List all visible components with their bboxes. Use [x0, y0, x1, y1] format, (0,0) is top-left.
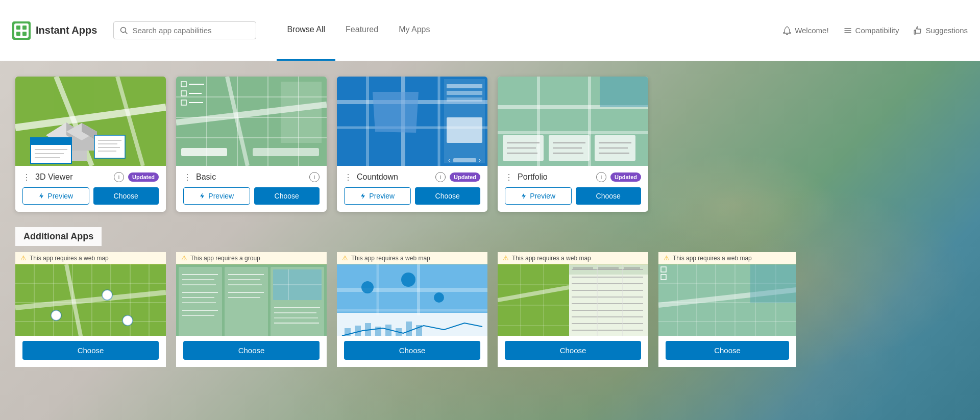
- welcome-action[interactable]: Welcome!: [782, 26, 828, 35]
- svg-line-7: [126, 32, 128, 34]
- additional-thumb-svg-4: [498, 264, 648, 336]
- card-portfolio: ⋮ Portfolio i Updated Preview Choose: [498, 77, 648, 212]
- main-content: ⋮ 3D Viewer i Updated Preview Choose: [0, 61, 980, 420]
- additional-cards-row: ⚠ This app requires a web map: [0, 252, 980, 367]
- svg-rect-5: [22, 32, 27, 36]
- additional-thumb-1: [15, 264, 166, 336]
- svg-rect-139: [365, 323, 371, 336]
- card-info-countdown: ⋮ Countdown i Updated: [337, 166, 487, 182]
- choose-btn-portfolio[interactable]: Choose: [576, 187, 642, 205]
- card-menu-3d-viewer[interactable]: ⋮: [22, 172, 31, 182]
- thumbsup-icon: [913, 26, 922, 35]
- svg-marker-68: [361, 193, 365, 199]
- card-bottom-1: Choose: [15, 336, 166, 367]
- warning-icon-2: ⚠: [181, 254, 187, 262]
- svg-rect-11: [914, 30, 916, 34]
- choose-btn-additional-4[interactable]: Choose: [505, 341, 641, 360]
- choose-btn-additional-1[interactable]: Choose: [22, 341, 159, 360]
- card-bottom-5: Choose: [658, 336, 796, 367]
- svg-text:›: ›: [479, 157, 481, 164]
- additional-thumb-svg-2: [176, 264, 327, 336]
- preview-btn-3d-viewer[interactable]: Preview: [22, 187, 89, 205]
- choose-btn-additional-5[interactable]: Choose: [666, 341, 789, 360]
- svg-point-101: [51, 310, 61, 320]
- thumb-basic-svg: [176, 77, 327, 166]
- svg-marker-87: [522, 193, 526, 199]
- compatibility-action[interactable]: Compatibility: [843, 26, 899, 35]
- card-actions-basic: Preview Choose: [176, 182, 327, 212]
- choose-btn-additional-2[interactable]: Choose: [183, 341, 320, 360]
- additional-card-5: ⚠ This app requires a web map: [658, 252, 796, 367]
- svg-rect-142: [396, 328, 402, 336]
- svg-marker-52: [200, 193, 204, 199]
- warning-bar-5: ⚠ This app requires a web map: [658, 252, 796, 264]
- svg-rect-153: [569, 264, 648, 336]
- additional-thumb-4: [498, 264, 648, 336]
- preview-btn-portfolio[interactable]: Preview: [505, 187, 572, 205]
- card-bottom-4: Choose: [498, 336, 648, 367]
- welcome-label: Welcome!: [795, 26, 828, 35]
- additional-thumb-svg-3: [337, 264, 487, 336]
- tab-browse-all[interactable]: Browse All: [277, 0, 335, 61]
- info-btn-basic[interactable]: i: [309, 172, 320, 182]
- svg-rect-105: [179, 267, 222, 336]
- svg-marker-59: [373, 92, 419, 133]
- svg-rect-138: [355, 326, 361, 336]
- search-input[interactable]: [132, 26, 250, 35]
- svg-rect-27: [94, 135, 125, 158]
- additional-apps-title: Additional Apps: [15, 227, 102, 246]
- thumb-3d-svg: [15, 77, 166, 166]
- logo-area: Instant Apps: [12, 21, 97, 40]
- app-logo-icon: [12, 21, 31, 40]
- card-name-3d-viewer: 3D Viewer: [35, 172, 110, 182]
- additional-thumb-2: [176, 264, 327, 336]
- info-btn-3d-viewer[interactable]: i: [114, 172, 124, 182]
- card-menu-basic[interactable]: ⋮: [183, 172, 192, 182]
- card-name-portfolio: Portfolio: [518, 172, 592, 182]
- card-info-basic: ⋮ Basic i: [176, 166, 327, 182]
- svg-rect-141: [385, 325, 391, 336]
- additional-thumb-svg-5: [658, 264, 796, 336]
- card-actions-portfolio: Preview Choose: [498, 182, 648, 212]
- warning-bar-4: ⚠ This app requires a web map: [498, 252, 648, 264]
- svg-rect-106: [225, 267, 268, 336]
- lightning-icon: [360, 192, 366, 200]
- svg-rect-51: [281, 82, 322, 143]
- card-menu-portfolio[interactable]: ⋮: [505, 172, 513, 182]
- compatibility-label: Compatibility: [855, 26, 899, 35]
- svg-rect-23: [31, 138, 71, 145]
- card-thumbnail-portfolio: [498, 77, 648, 166]
- choose-btn-basic[interactable]: Choose: [254, 187, 320, 205]
- card-menu-countdown[interactable]: ⋮: [344, 172, 353, 182]
- svg-rect-4: [16, 32, 20, 36]
- badge-portfolio: Updated: [610, 172, 641, 182]
- svg-rect-64: [447, 117, 482, 143]
- info-btn-countdown[interactable]: i: [435, 172, 446, 182]
- warning-bar-3: ⚠ This app requires a web map: [337, 252, 487, 264]
- info-btn-portfolio[interactable]: i: [596, 172, 606, 182]
- search-box[interactable]: [113, 21, 256, 39]
- tab-my-apps[interactable]: My Apps: [388, 0, 440, 61]
- preview-btn-countdown[interactable]: Preview: [344, 187, 411, 205]
- card-3d-viewer: ⋮ 3D Viewer i Updated Preview Choose: [15, 77, 166, 212]
- tab-featured[interactable]: Featured: [335, 0, 388, 61]
- choose-btn-3d-viewer[interactable]: Choose: [93, 187, 159, 205]
- svg-point-135: [434, 292, 444, 303]
- bell-icon: [782, 26, 792, 35]
- card-info-portfolio: ⋮ Portfolio i Updated: [498, 166, 648, 182]
- svg-rect-3: [22, 26, 27, 30]
- additional-thumb-svg-1: [15, 264, 166, 336]
- choose-btn-additional-3[interactable]: Choose: [344, 341, 480, 360]
- warning-text-5: This app requires a web map: [673, 255, 752, 262]
- svg-rect-181: [750, 264, 796, 303]
- card-basic: ⋮ Basic i Preview Choose: [176, 77, 327, 212]
- suggestions-action[interactable]: Suggestions: [913, 26, 968, 35]
- warning-bar-2: ⚠ This app requires a group: [176, 252, 327, 264]
- svg-rect-143: [406, 322, 412, 336]
- warning-bar-1: ⚠ This app requires a web map: [15, 252, 166, 264]
- choose-btn-countdown[interactable]: Choose: [415, 187, 481, 205]
- preview-btn-basic[interactable]: Preview: [183, 187, 250, 205]
- warning-text-2: This app requires a group: [190, 255, 260, 262]
- svg-rect-86: [600, 77, 648, 107]
- badge-3d-viewer: Updated: [128, 172, 159, 182]
